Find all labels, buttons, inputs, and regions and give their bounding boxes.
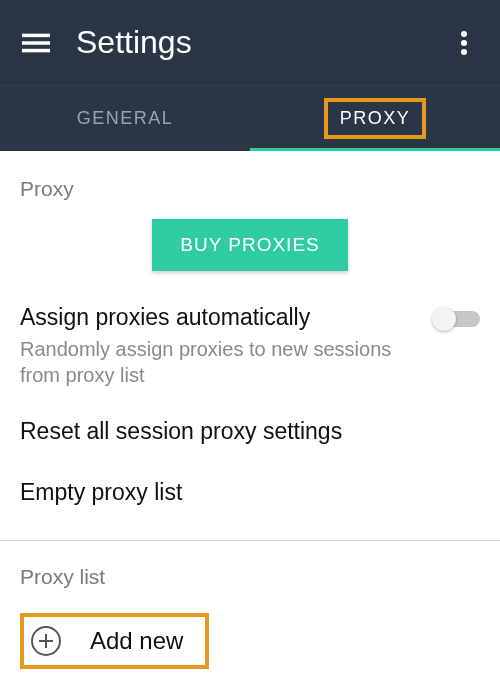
content: Proxy BUY PROXIES Assign proxies automat… <box>0 151 500 669</box>
tab-bar: GENERAL PROXY <box>0 85 500 151</box>
add-new-label: Add new <box>90 627 183 655</box>
page-title: Settings <box>76 24 444 61</box>
reset-proxy-settings-button[interactable]: Reset all session proxy settings <box>20 418 480 445</box>
plus-circle-icon <box>30 625 62 657</box>
assign-toggle[interactable] <box>434 311 480 327</box>
assign-title: Assign proxies automatically <box>20 303 424 332</box>
buy-row: BUY PROXIES <box>20 219 480 271</box>
svg-point-4 <box>461 40 467 46</box>
svg-rect-1 <box>22 41 50 45</box>
app-bar: Settings <box>0 0 500 85</box>
highlight-box: PROXY <box>324 98 427 139</box>
menu-icon[interactable] <box>16 23 56 63</box>
proxy-section-label: Proxy <box>20 177 480 201</box>
tab-indicator <box>250 148 500 151</box>
svg-point-3 <box>461 31 467 37</box>
overflow-icon[interactable] <box>444 23 484 63</box>
toggle-thumb <box>432 307 456 331</box>
svg-rect-2 <box>22 48 50 52</box>
empty-proxy-list-button[interactable]: Empty proxy list <box>20 479 480 506</box>
buy-proxies-button[interactable]: BUY PROXIES <box>152 219 347 271</box>
assign-automatically-row[interactable]: Assign proxies automatically Randomly as… <box>20 303 480 388</box>
divider <box>0 540 500 541</box>
add-new-button[interactable]: Add new <box>20 613 209 669</box>
svg-point-5 <box>461 49 467 55</box>
tab-general[interactable]: GENERAL <box>0 86 250 151</box>
assign-subtitle: Randomly assign proxies to new sessions … <box>20 336 424 388</box>
svg-rect-0 <box>22 33 50 37</box>
proxy-list-label: Proxy list <box>20 565 480 589</box>
tab-proxy[interactable]: PROXY <box>250 86 500 151</box>
assign-text: Assign proxies automatically Randomly as… <box>20 303 434 388</box>
